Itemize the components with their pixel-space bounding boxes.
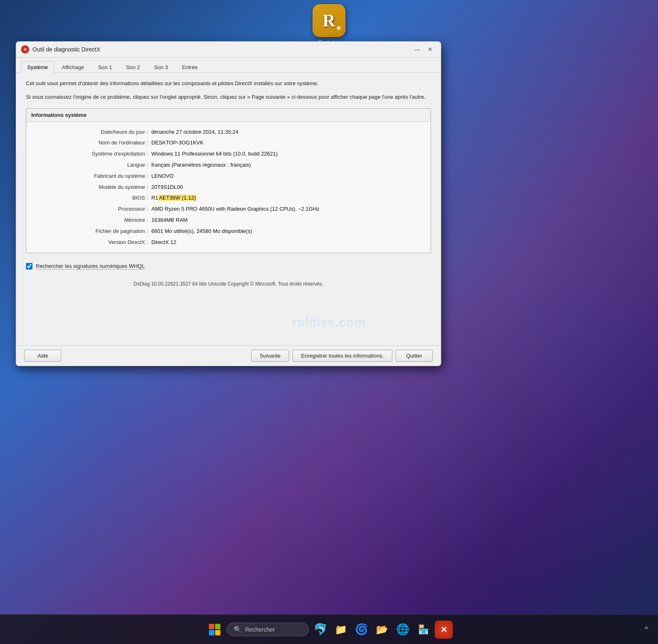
rockstar-app-icon[interactable]: R ★ [313, 4, 345, 37]
bios-highlight: AET36W (1.12) [158, 195, 197, 201]
taskbar-store-button[interactable]: 🏪 [414, 621, 432, 639]
whql-checkbox[interactable] [26, 263, 32, 270]
windows-start-button[interactable] [205, 620, 224, 639]
taskbar-right: ^ [643, 623, 650, 635]
tab-bar: Système Affichage Son 1 Son 2 Son 3 Entr… [16, 58, 441, 73]
rockstar-star-icon: ★ [336, 25, 341, 31]
desktop-icon-rockstar[interactable]: R ★ Rockst... [313, 4, 345, 45]
label-model: Modèle du système : [36, 183, 151, 192]
aide-button[interactable]: Aide [24, 350, 61, 362]
title-bar: ✕ Outil de diagnostic DirectX — ✕ [16, 42, 441, 58]
value-computer: DESKTOP-3OG1KVK [151, 139, 204, 147]
taskbar-dxdiag-button[interactable]: ✕ [435, 621, 453, 639]
taskbar-search-bar[interactable]: 🔍 Rechercher [227, 623, 309, 636]
title-bar-icon: ✕ [21, 45, 29, 53]
taskbar: 🔍 Rechercher 🐬 📁 🌀 📂 🌐 🏪 ✕ [0, 614, 658, 644]
tab-son3[interactable]: Son 3 [148, 61, 174, 73]
taskbar-center: 🔍 Rechercher 🐬 📁 🌀 📂 🌐 🏪 ✕ [205, 620, 453, 639]
system-info-box: Informations système Date/heure du jour … [26, 108, 431, 253]
dxdiag-taskbar-icon: ✕ [440, 625, 447, 635]
title-bar-left: ✕ Outil de diagnostic DirectX [21, 45, 100, 53]
label-computer: Nom de l'ordinateur : [36, 139, 151, 147]
value-bios: R1AET36W (1.12) [151, 194, 197, 202]
value-manufacturer: LENOVO [151, 172, 174, 181]
file-explorer-icon: 📁 [335, 624, 347, 635]
info-row-bios: BIOS : R1AET36W (1.12) [26, 193, 431, 204]
value-language: français (Paramètres régionaux : françai… [151, 161, 251, 170]
windows-logo-icon [209, 624, 220, 635]
store-icon: 🏪 [418, 624, 429, 635]
footer-info: DxDiag 10.00.22621.3527 64 bits Unicode … [26, 281, 431, 287]
folder-icon: 📂 [376, 624, 388, 635]
info-row-os: Système d'exploitation : Windows 11 Prof… [26, 149, 431, 160]
info-row-computer: Nom de l'ordinateur : DESKTOP-3OG1KVK [26, 137, 431, 149]
label-pagefile: Fichier de pagination : [36, 227, 151, 236]
title-controls: — ✕ [411, 45, 436, 54]
checkbox-area: Rechercher les signatures numériques WHQ… [26, 261, 431, 271]
cloud-icon: 🐬 [313, 623, 328, 636]
suivante-button[interactable]: Suivante [251, 350, 290, 362]
search-icon: 🔍 [234, 625, 242, 633]
value-memory: 16384MB RAM [151, 216, 188, 225]
window-title: Outil de diagnostic DirectX [32, 46, 100, 53]
info-table: Date/heure du jour : dimanche 27 octobre… [26, 122, 431, 253]
rockstar-r-letter: R [323, 11, 335, 30]
tab-entree[interactable]: Entrée [176, 61, 204, 73]
info-row-directx: Version DirectX : DirectX 12 [26, 237, 431, 248]
enregistrer-button[interactable]: Enregistrer toutes les informations. [292, 350, 392, 362]
tray-chevron-icon[interactable]: ^ [643, 623, 650, 635]
info-row-model: Modèle du système : 20T9S1DL00 [26, 182, 431, 193]
close-button[interactable]: ✕ [424, 45, 436, 54]
button-bar: Aide Suivante Enregistrer toutes les inf… [16, 345, 441, 366]
value-model: 20T9S1DL00 [151, 183, 183, 192]
label-language: Langue : [36, 161, 151, 170]
info-row-manufacturer: Fabricant du système : LENOVO [26, 171, 431, 182]
label-memory: Mémoire : [36, 216, 151, 225]
label-manufacturer: Fabricant du système : [36, 172, 151, 181]
taskbar-copilot-button[interactable]: 🌀 [352, 621, 371, 639]
label-date: Date/heure du jour : [36, 128, 151, 137]
info-row-language: Langue : français (Paramètres régionaux … [26, 160, 431, 171]
label-cpu: Processeur : [36, 205, 151, 214]
taskbar-files-button[interactable]: 📁 [332, 621, 350, 639]
button-bar-left: Aide [24, 350, 61, 362]
tab-son2[interactable]: Son 2 [120, 61, 146, 73]
quitter-button[interactable]: Quitter [396, 350, 433, 362]
value-cpu: AMD Ryzen 5 PRO 4650U with Radeon Graphi… [151, 205, 320, 214]
edge-icon: 🌐 [396, 623, 409, 636]
info-row-memory: Mémoire : 16384MB RAM [26, 215, 431, 226]
label-bios: BIOS : [36, 194, 151, 202]
search-label: Rechercher [245, 626, 275, 633]
info-row-date: Date/heure du jour : dimanche 27 octobre… [26, 127, 431, 138]
copilot-icon: 🌀 [355, 623, 368, 636]
value-directx: DirectX 12 [151, 238, 176, 247]
taskbar-edge-button[interactable]: 🌐 [394, 621, 412, 639]
info-box-title: Informations système [26, 109, 431, 122]
label-directx: Version DirectX : [36, 238, 151, 247]
tab-son1[interactable]: Son 1 [92, 61, 118, 73]
label-os: Système d'exploitation : [36, 150, 151, 158]
taskbar-folder-button[interactable]: 📂 [373, 621, 391, 639]
info-row-pagefile: Fichier de pagination : 6601 Mo utilisé(… [26, 226, 431, 237]
tab-systeme[interactable]: Système [21, 61, 54, 73]
value-date: dimanche 27 octobre 2024, 11:35:24 [151, 128, 239, 137]
value-pagefile: 6601 Mo utilisé(s), 24580 Mo disponible(… [151, 227, 252, 236]
description-line2: Si vous connaissez l'origine de ce probl… [26, 93, 431, 102]
description-line1: Cet outil vous permet d'obtenir des info… [26, 79, 431, 88]
button-bar-right: Suivante Enregistrer toutes les informat… [251, 350, 433, 362]
tab-affichage[interactable]: Affichage [56, 61, 90, 73]
dxdiag-dialog: ✕ Outil de diagnostic DirectX — ✕ Systèm… [16, 41, 441, 366]
minimize-button[interactable]: — [411, 45, 423, 54]
taskbar-cloud-icon[interactable]: 🐬 [311, 621, 329, 639]
value-os: Windows 11 Professionnel 64 bits (10.0, … [151, 150, 278, 158]
content-area: Cet outil vous permet d'obtenir des info… [16, 73, 441, 345]
checkbox-label: Rechercher les signatures numériques WHQ… [36, 263, 145, 270]
info-row-cpu: Processeur : AMD Ryzen 5 PRO 4650U with … [26, 204, 431, 215]
